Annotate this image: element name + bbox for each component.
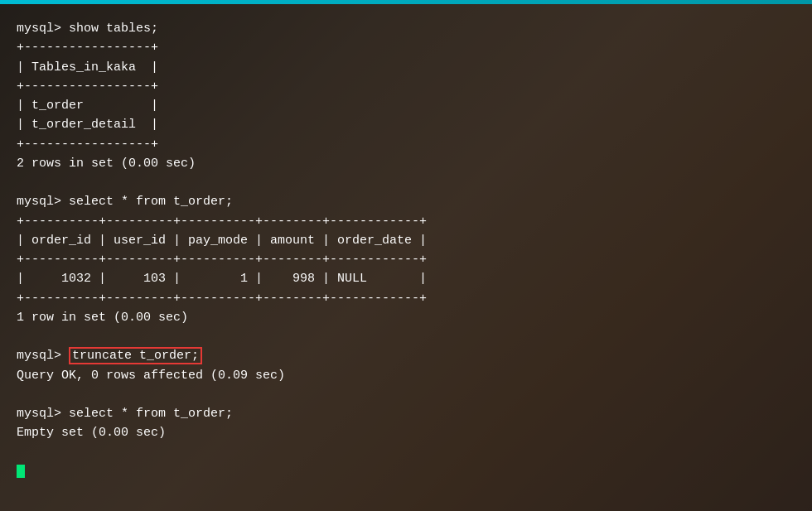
terminal-line-sep2: +-----------------+ xyxy=(17,77,795,96)
terminal-line-cmd3: mysql> truncate t_order; xyxy=(17,346,795,365)
terminal-line-row3: | 1032 | 103 | 1 | 998 | NULL | xyxy=(17,269,795,288)
terminal-line-blank4 xyxy=(17,443,795,462)
terminal-line-sep6: +----------+---------+----------+-------… xyxy=(17,289,795,308)
terminal-line-blank2 xyxy=(17,327,795,346)
truncate-command-highlight: truncate t_order; xyxy=(69,347,202,364)
terminal-line-sep4: +----------+---------+----------+-------… xyxy=(17,212,795,231)
terminal-cursor xyxy=(17,465,25,478)
terminal-line-cmd1: mysql> show tables; xyxy=(17,19,795,38)
terminal-line-sep1: +-----------------+ xyxy=(17,38,795,57)
terminal-line-hdr1: | Tables_in_kaka | xyxy=(17,58,795,77)
terminal-line-cmd4: mysql> select * from t_order; xyxy=(17,404,795,423)
top-accent-bar xyxy=(0,0,812,4)
terminal-line-res4: Empty set (0.00 sec) xyxy=(17,423,795,442)
terminal-line-row1: | t_order | xyxy=(17,96,795,115)
terminal-line-hdr2: | order_id | user_id | pay_mode | amount… xyxy=(17,231,795,250)
terminal-line-prompt xyxy=(17,462,795,481)
terminal-prompt-prefix: mysql> xyxy=(17,349,69,363)
terminal-line-res2: 1 row in set (0.00 sec) xyxy=(17,308,795,327)
terminal-line-row2: | t_order_detail | xyxy=(17,115,795,134)
terminal-line-sep3: +-----------------+ xyxy=(17,135,795,154)
terminal-line-sep5: +----------+---------+----------+-------… xyxy=(17,250,795,269)
terminal-line-blank3 xyxy=(17,385,795,404)
terminal-window: mysql> show tables; +-----------------+ … xyxy=(0,4,812,511)
terminal-line-blank1 xyxy=(17,173,795,192)
terminal-line-cmd2: mysql> select * from t_order; xyxy=(17,192,795,211)
terminal-line-res3: Query OK, 0 rows affected (0.09 sec) xyxy=(17,366,795,385)
terminal-line-res1: 2 rows in set (0.00 sec) xyxy=(17,154,795,173)
